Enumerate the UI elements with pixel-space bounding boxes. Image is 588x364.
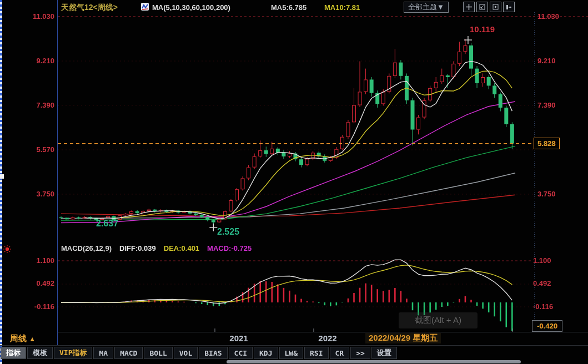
alert-icon[interactable] — [3, 245, 12, 256]
theme-dropdown[interactable]: 全部主题▼ — [404, 2, 449, 13]
xaxis-line — [57, 332, 588, 332]
horizontal-scrollbar[interactable] — [227, 360, 521, 363]
price-axis-label: 7.390 — [20, 101, 54, 109]
year-label-2021: 2021 — [222, 333, 255, 343]
macd-axis-label: 1.100 — [533, 256, 567, 265]
screenshot-tooltip-watermark: 截图(Alt + A) — [399, 312, 478, 328]
crosshair-icon[interactable] — [463, 2, 475, 12]
price-axis-label: 5.570 — [20, 145, 54, 154]
chart-app-window: 天然气12<周线> MA(5,10,30,60,100,200) MA5:6.7… — [0, 0, 588, 364]
chart-canvas[interactable] — [0, 0, 588, 364]
symbol-title: 天然气12<周线> — [61, 3, 118, 13]
toolbar-top-border — [0, 345, 588, 346]
window-edge-handle[interactable] — [0, 174, 4, 179]
price-axis-label: 9.210 — [537, 57, 572, 65]
toolbar-item-[interactable]: 设置 — [371, 347, 397, 359]
fullscreen-icon[interactable] — [503, 2, 515, 12]
pane-left-border — [57, 0, 58, 345]
toolbar-item-CCI[interactable]: CCI — [229, 347, 253, 359]
macd-axis-label: 0.492 — [533, 279, 567, 287]
macd-axis-label: -0.116 — [20, 302, 54, 311]
price-axis-label: 11.030 — [537, 12, 572, 21]
toolbar-item-RSI[interactable]: RSI — [304, 347, 328, 359]
macd-axis-label: 1.100 — [20, 256, 54, 265]
macd-axis-label: -0.116 — [533, 302, 567, 311]
toolbar-item-VIP[interactable]: VIP指标 — [54, 347, 92, 359]
price-axis-label: 7.390 — [537, 101, 572, 109]
low-price-annotation-1: 2.637 — [96, 219, 118, 229]
ma-params-label: MA(5,10,30,60,100,200) — [152, 3, 230, 12]
current-date-label: 2022/04/29 星期五 — [365, 333, 441, 343]
header-icon-group — [461, 2, 515, 12]
macd-diff-value: DIFF:0.039 — [119, 244, 156, 252]
kline-indicator-icon — [141, 3, 149, 13]
macd-params-label: MACD(26,12,9) — [61, 244, 112, 252]
toolbar-item-VOL[interactable]: VOL — [174, 347, 198, 359]
toolbar-item-BOLL[interactable]: BOLL — [144, 347, 172, 359]
peak-price-annotation: 10.119 — [470, 24, 495, 34]
toolbar-item-[interactable]: 指标 — [1, 347, 26, 359]
ma5-value: MA5:6.785 — [271, 3, 306, 12]
price-axis-label: 9.210 — [20, 57, 54, 65]
period-selector[interactable]: 周线 ▲ — [10, 333, 36, 344]
year-label-2022: 2022 — [311, 333, 344, 343]
current-price-box: 5.828 — [534, 138, 560, 149]
price-axis-label: 3.750 — [537, 190, 572, 198]
toolbar-item-[interactable]: >> — [350, 347, 370, 359]
macd-axis-label: 0.492 — [20, 279, 54, 287]
price-axis-label: 11.030 — [20, 12, 54, 21]
zoom-out-icon[interactable] — [476, 2, 488, 12]
low-price-annotation-2: 2.525 — [217, 227, 239, 237]
toolbar-item-KDJ[interactable]: KDJ — [254, 347, 278, 359]
macd-header: MACD(26,12,9) DIFF:0.039 DEA:0.401 MACD:… — [61, 244, 252, 252]
toolbar-item-[interactable]: 模板 — [27, 347, 53, 359]
window-left-edge — [0, 0, 2, 364]
macd-min-box: -0.420 — [532, 320, 562, 332]
triangle-up-icon: ▲ — [29, 335, 36, 343]
macd-macd-value: MACD:-0.725 — [207, 244, 252, 252]
price-axis-label: 3.750 — [20, 190, 54, 198]
macd-dea-value: DEA:0.401 — [164, 244, 199, 252]
toolbar-item-MA[interactable]: MA — [93, 347, 113, 359]
toolbar-item-LW[interactable]: LW& — [279, 347, 303, 359]
indicator-toolbar: 指标模板VIP指标MAMACDBOLLVOLBIASCCIKDJLW&RSICR… — [1, 347, 397, 359]
next-page-icon[interactable] — [490, 2, 501, 12]
toolbar-item-BIAS[interactable]: BIAS — [199, 347, 227, 359]
toolbar-item-MACD[interactable]: MACD — [114, 347, 143, 359]
toolbar-item-CR[interactable]: CR — [330, 347, 350, 359]
ma10-value: MA10:7.81 — [324, 3, 360, 12]
